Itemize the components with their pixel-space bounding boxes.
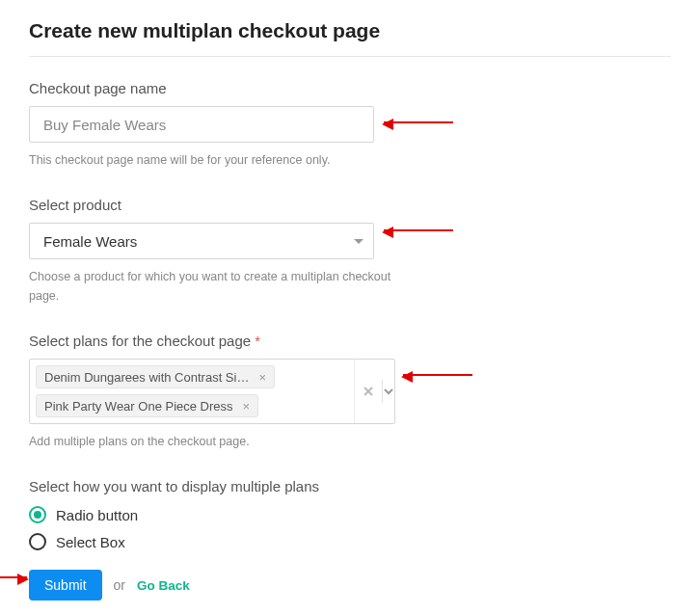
tag-close-icon[interactable]: × [258, 371, 266, 384]
radio-label: Select Box [56, 534, 125, 550]
product-select-value: Female Wears [43, 233, 354, 250]
go-back-link[interactable]: Go Back [137, 578, 190, 593]
radio-option-radio-button[interactable]: Radio button [29, 506, 671, 523]
product-select[interactable]: Female Wears [29, 223, 374, 259]
radio-label: Radio button [56, 507, 138, 523]
required-asterisk: * [255, 333, 260, 349]
plan-tag-label: Denim Dungarees with Contrast Si… [44, 370, 249, 385]
label-checkout-name: Checkout page name [29, 80, 671, 96]
plans-multiselect[interactable]: Denim Dungarees with Contrast Si… × Pink… [29, 359, 395, 424]
multiselect-controls [354, 360, 394, 423]
helper-select-plans: Add multiple plans on the checkout page. [29, 432, 395, 451]
submit-button[interactable]: Submit [29, 570, 102, 601]
checkout-name-input[interactable] [29, 106, 374, 143]
field-select-plans: Select plans for the checkout page * Den… [29, 333, 671, 451]
divider [29, 56, 671, 57]
field-select-product: Select product Female Wears Choose a pro… [29, 197, 671, 306]
helper-checkout-name: This checkout page name will be for your… [29, 150, 395, 170]
label-select-plans: Select plans for the checkout page * [29, 333, 671, 349]
label-display-mode: Select how you want to display multiple … [29, 478, 671, 494]
label-select-plans-text: Select plans for the checkout page [29, 333, 251, 349]
annotation-arrow-icon [384, 121, 453, 123]
form-actions: Submit or Go Back [29, 570, 671, 601]
field-checkout-name: Checkout page name This checkout page na… [29, 80, 671, 170]
radio-icon [29, 506, 46, 523]
annotation-arrow-icon [403, 374, 472, 376]
page-title: Create new multiplan checkout page [29, 19, 671, 42]
tag-close-icon[interactable]: × [243, 400, 251, 413]
field-display-mode: Select how you want to display multiple … [29, 478, 671, 550]
chevron-down-icon[interactable] [383, 386, 394, 397]
annotation-arrow-icon [0, 576, 27, 578]
display-radio-group: Radio button Select Box [29, 506, 671, 550]
radio-option-select-box[interactable]: Select Box [29, 533, 671, 550]
caret-down-icon [354, 239, 363, 244]
plan-tag-label: Pink Party Wear One Piece Dress [44, 399, 233, 414]
helper-select-product: Choose a product for which you want to c… [29, 267, 395, 306]
label-select-product: Select product [29, 197, 671, 213]
or-text: or [114, 577, 125, 593]
plan-tag: Pink Party Wear One Piece Dress × [36, 394, 258, 417]
annotation-arrow-icon [384, 229, 453, 231]
plan-tag: Denim Dungarees with Contrast Si… × [36, 365, 275, 388]
plans-tags-area: Denim Dungarees with Contrast Si… × Pink… [30, 360, 354, 423]
radio-icon [29, 533, 46, 550]
clear-all-icon[interactable] [355, 386, 382, 397]
